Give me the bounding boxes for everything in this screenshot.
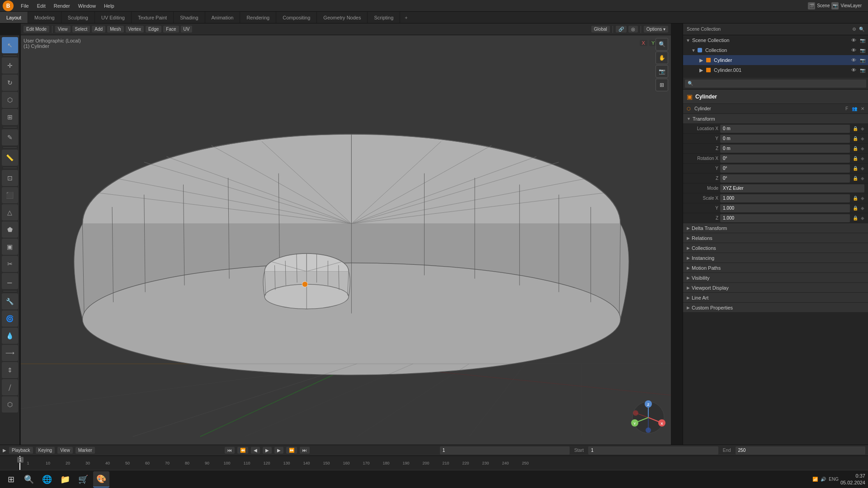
location-x-lock[interactable]: 🔒 [853,126,858,131]
offset-edge-tool-button[interactable]: ▣ [2,239,18,255]
timeline-ruler[interactable]: 1 1 10 20 30 40 50 60 70 80 90 100 110 1… [0,456,868,470]
menu-edit[interactable]: Edit [33,2,49,9]
spin-tool-button[interactable]: 🌀 [2,310,18,327]
scale-x-lock[interactable]: 🔒 [853,196,858,201]
shear-tool-button[interactable]: ⧸ [2,379,18,395]
cylinder-visibility[interactable]: 👁 [851,57,856,63]
edge-menu-button[interactable]: Edge [146,26,161,33]
tab-animation[interactable]: Animation [205,12,241,23]
rotation-x-lock[interactable]: 🔒 [853,156,858,161]
navigation-gizmo[interactable]: Z X Y [630,399,666,436]
rotation-z-lock[interactable]: 🔒 [853,176,858,181]
rotation-mode-value[interactable]: XYZ Euler [720,184,864,192]
tab-sculpting[interactable]: Sculpting [61,12,95,23]
menu-file[interactable]: File [17,2,33,9]
outliner-item-scene-collection[interactable]: ▼ Scene Collection 👁 📷 [683,35,868,45]
keying-menu-button[interactable]: Keying [36,447,55,454]
marker-menu-button[interactable]: Marker [75,447,95,454]
rotation-y-value[interactable]: 0° [720,164,850,173]
playback-menu-button[interactable]: Playback [9,447,33,454]
jump-end-button[interactable]: ⏭ [300,447,310,454]
ms-store-button[interactable]: 🛒 [75,471,91,488]
slide-relax-button[interactable]: ⟶ [2,345,18,361]
bevel-tool-button[interactable]: △ [2,204,18,221]
smooth-tool-button[interactable]: 💧 [2,328,18,344]
start-frame-field[interactable]: 1 [588,446,718,455]
end-frame-field[interactable]: 250 [736,446,865,455]
browser-button[interactable]: 🌐 [39,471,55,488]
location-y-lock[interactable]: 🔒 [853,136,858,141]
location-y-animate[interactable]: ◆ [861,136,864,141]
tab-shading[interactable]: Shading [174,12,205,23]
play-button[interactable]: ▶ [263,447,272,454]
select-menu-button[interactable]: Select [72,26,90,33]
location-z-animate[interactable]: ◆ [861,146,864,151]
rotation-x-animate[interactable]: ◆ [861,156,864,161]
location-y-value[interactable]: 0 m [720,135,850,143]
location-z-lock[interactable]: 🔒 [853,146,858,151]
search-button[interactable]: 🔍 [21,471,37,488]
annotate-tool-button[interactable]: ✎ [2,129,18,145]
menu-window[interactable]: Window [75,2,99,9]
instancing-section-header[interactable]: ▶ Instancing [683,253,868,263]
knife-tool-button[interactable]: ✂ [2,256,18,272]
outliner-item-cylinder[interactable]: ▶ Cylinder 👁 📷 [683,55,868,65]
tab-layout[interactable]: Layout [0,12,28,23]
visibility-section-header[interactable]: ▶ Visibility [683,273,868,283]
props-search-input[interactable] [685,80,866,88]
tab-uv-editing[interactable]: UV Editing [95,12,132,23]
transform-section-header[interactable]: ▼ Transform [683,114,868,124]
shrink-fatten-button[interactable]: ⬡ [2,396,18,413]
proportional-edit-button[interactable]: ◎ [628,26,638,33]
menu-help[interactable]: Help [100,2,118,9]
location-z-value[interactable]: 0 m [720,145,850,153]
relations-section-header[interactable]: ▶ Relations [683,233,868,243]
scale-y-lock[interactable]: 🔒 [853,206,858,211]
rotation-x-value[interactable]: 0° [720,155,850,163]
fake-user-btn[interactable]: F [845,106,848,111]
outliner-search-icon[interactable]: 🔍 [859,27,864,32]
single-user-btn[interactable]: 👥 [852,106,857,111]
rotation-z-value[interactable]: 0° [720,174,850,183]
rotate-tool-button[interactable]: ↻ [2,75,18,91]
select-tool-button[interactable]: ↖ [2,37,18,53]
viewport-grid-button[interactable]: ⊞ [656,79,668,91]
loop-cut-tool-button[interactable]: ⬟ [2,221,18,238]
menu-render[interactable]: Render [50,2,74,9]
mode-select-button[interactable]: Edit Mode [24,26,49,33]
scale-tool-button[interactable]: ⬡ [2,92,18,108]
jump-start-button[interactable]: ⏮ [225,447,235,454]
tab-scripting[interactable]: Scripting [368,12,400,23]
current-frame-field[interactable]: 1 [440,446,570,455]
cylinder-001-visibility[interactable]: 👁 [851,67,856,73]
tab-texture-paint[interactable]: Texture Paint [132,12,174,23]
render-toggle[interactable]: 📷 [860,38,865,43]
visibility-toggle[interactable]: 👁 [851,38,856,43]
face-menu-button[interactable]: Face [163,26,179,33]
delta-transform-section-header[interactable]: ▶ Delta Transform [683,223,868,233]
scale-y-animate[interactable]: ◆ [861,206,864,211]
scale-z-value[interactable]: 1.000 [720,214,850,222]
location-x-value[interactable]: 0 m [720,125,850,133]
extrude-tool-button[interactable]: ⊡ [2,170,18,186]
bisect-tool-button[interactable]: ⚊ [2,273,18,289]
step-back-button[interactable]: ◀ [251,447,260,454]
scale-x-animate[interactable]: ◆ [861,196,864,201]
add-workspace-button[interactable]: + [400,12,412,23]
scale-y-value[interactable]: 1.000 [720,204,850,212]
viewport-zoom-button[interactable]: 🔍 [656,38,668,51]
blender-taskbar-button[interactable]: 🎨 [93,471,109,488]
unlink-btn[interactable]: ✕ [861,106,864,111]
collection-visibility-toggle[interactable]: 👁 [851,47,856,53]
line-art-section-header[interactable]: ▶ Line Art [683,293,868,303]
cylinder-001-render[interactable]: 📷 [860,68,865,73]
jump-next-key-button[interactable]: ⏩ [286,447,297,454]
push-pull-button[interactable]: ⇕ [2,362,18,378]
move-tool-button[interactable]: ✛ [2,57,18,74]
viewport-display-section-header[interactable]: ▶ Viewport Display [683,283,868,293]
add-menu-button[interactable]: Add [92,26,105,33]
tab-modeling[interactable]: Modeling [28,12,61,23]
poly-build-button[interactable]: 🔧 [2,293,18,310]
step-forward-button[interactable]: ▶ [274,447,283,454]
transform-global-button[interactable]: Global [591,26,610,33]
